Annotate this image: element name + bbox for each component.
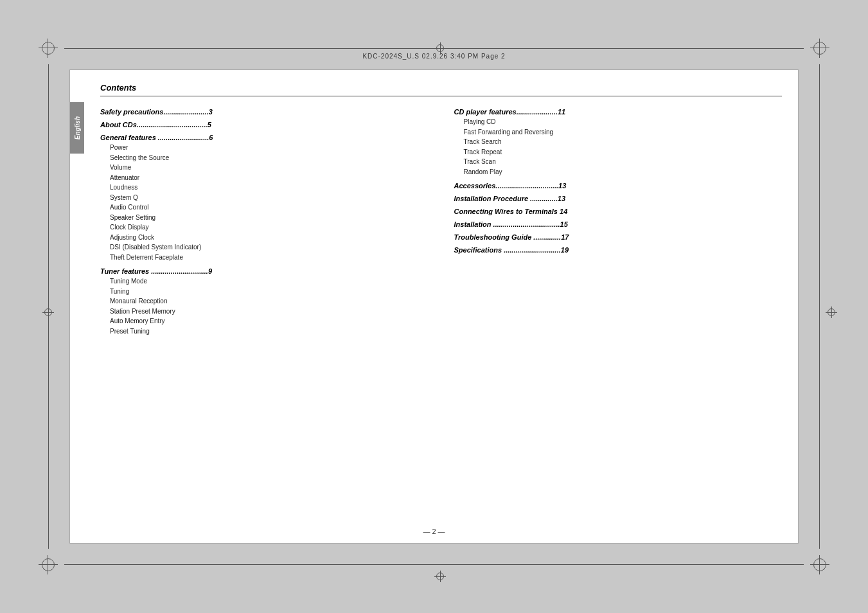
toc-heading-tuner: Tuner features .........................…: [100, 267, 429, 275]
toc-item-monaural: Monaural Reception: [100, 296, 429, 306]
content-area: English Contents Safety precautions.....…: [69, 69, 799, 544]
toc-heading-troubleshooting: Troubleshooting Guide ..............17: [454, 233, 783, 241]
edge-line-right: [819, 64, 820, 549]
toc-item-tuning: Tuning: [100, 287, 429, 297]
toc-item-speaker-setting: Speaker Setting: [100, 213, 429, 223]
toc-item-clock-display: Clock Display: [100, 222, 429, 233]
toc-item-station-preset: Station Preset Memory: [100, 306, 429, 317]
toc-item-tuning-mode: Tuning Mode: [100, 276, 429, 287]
toc-item-selecting-source: Selecting the Source: [100, 153, 429, 163]
reg-mark-top-right: [810, 39, 829, 58]
toc-two-col: Safety precautions......................…: [100, 103, 782, 336]
toc-right-col: CD player features.....................1…: [454, 103, 783, 336]
toc-item-track-search: Track Search: [454, 137, 783, 147]
toc-item-system-q: System Q: [100, 193, 429, 203]
toc-item-dsi: DSI (Disabled System Indicator): [100, 242, 429, 253]
toc-heading-specifications: Specifications .........................…: [454, 246, 783, 254]
header-bar-text: KDC-2024S_U.S 02.9.26 3:40 PM Page 2: [362, 53, 505, 60]
toc-heading-cd-player: CD player features.....................1…: [454, 108, 783, 116]
toc-item-loudness: Loudness: [100, 182, 429, 193]
language-tab: English: [70, 102, 84, 154]
toc-heading-safety: Safety precautions......................…: [100, 108, 429, 116]
toc-item-track-scan: Track Scan: [454, 157, 783, 167]
toc-left-col: Safety precautions......................…: [100, 103, 429, 336]
toc-item-attenuator: Attenuator: [100, 173, 429, 183]
toc-item-fast-forward: Fast Forwarding and Reversing: [454, 127, 783, 138]
toc-item-audio-control: Audio Control: [100, 202, 429, 213]
toc-heading-installation-procedure: Installation Procedure ..............13: [454, 195, 783, 202]
page-wrapper: KDC-2024S_U.S 02.9.26 3:40 PM Page 2 Eng…: [0, 0, 868, 613]
toc-heading-installation: Installation ...........................…: [454, 220, 783, 228]
toc-item-power: Power: [100, 143, 429, 153]
toc-item-volume: Volume: [100, 163, 429, 173]
reg-mark-bottom-left: [39, 555, 58, 574]
reg-mark-bottom-right: [810, 555, 829, 574]
toc-item-auto-memory: Auto Memory Entry: [100, 316, 429, 326]
toc-item-adjusting-clock: Adjusting Clock: [100, 233, 429, 243]
page-number: — 2 —: [423, 528, 445, 535]
toc-item-preset-tuning: Preset Tuning: [100, 326, 429, 337]
toc-item-playing-cd: Playing CD: [454, 117, 783, 127]
toc-heading-connecting-wires: Connecting Wires to Terminals 14: [454, 208, 783, 215]
toc-item-theft-deterrent: Theft Deterrent Faceplate: [100, 253, 429, 263]
toc-item-track-repeat: Track Repeat: [454, 147, 783, 157]
reg-mark-top-left: [39, 39, 58, 58]
language-label: English: [74, 116, 81, 139]
toc-heading-about-cds: About CDs...............................…: [100, 121, 429, 129]
page-title: Contents: [100, 83, 782, 96]
toc-heading-accessories: Accessories.............................…: [454, 182, 783, 190]
toc-heading-general: General features .......................…: [100, 134, 429, 141]
content-inner: Contents Safety precautions.............…: [84, 70, 798, 349]
toc-item-random-play: Random Play: [454, 167, 783, 177]
edge-line-bottom: [64, 564, 804, 565]
